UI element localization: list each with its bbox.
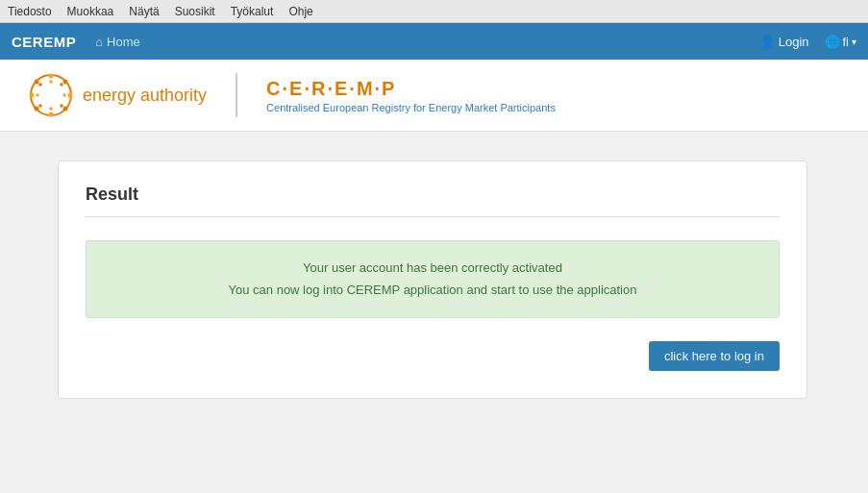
home-label: Home [107,35,140,49]
menu-nayta[interactable]: Näytä [129,5,159,18]
svg-point-11 [62,93,66,97]
menu-muokkaa[interactable]: Muokkaa [67,5,114,18]
result-card: Result Your user account has been correc… [58,160,807,399]
home-icon: ⌂ [95,35,103,49]
svg-point-3 [68,93,73,98]
svg-point-8 [35,80,39,85]
ceremp-title: C·E·R·E·M·P [266,78,556,100]
success-line2: You can now log into CEREMP application … [106,279,759,301]
navbar-right: 👤 Login 🌐 fi ▾ [759,35,856,49]
success-message-box: Your user account has been correctly act… [86,240,780,318]
svg-point-7 [30,93,35,98]
svg-point-2 [63,80,68,85]
result-title: Result [86,185,780,217]
svg-point-4 [63,107,68,111]
navbar-left: CEREMP ⌂ Home [12,34,140,50]
success-line1: Your user account has been correctly act… [106,257,759,279]
language-selector[interactable]: 🌐 fi ▾ [825,35,857,49]
menu-ohje[interactable]: Ohje [288,5,312,18]
menu-tyokalut[interactable]: Työkalut [231,5,274,18]
login-label: Login [779,35,809,49]
ceremp-rest: ·E·R·E·M·P [283,78,397,99]
energy-authority-logo: energy authority [29,73,237,117]
app-brand: CEREMP [12,34,76,50]
browser-menu: Tiedosto Muokkaa Näytä Suosikit Työkalut… [0,0,868,23]
svg-point-5 [49,112,54,117]
svg-point-12 [60,104,63,108]
ceremp-logo: C·E·R·E·M·P Centralised European Registr… [237,78,556,113]
menu-tiedosto[interactable]: Tiedosto [8,5,52,18]
svg-point-10 [60,83,63,86]
svg-point-9 [49,80,53,84]
ceremp-subtitle: Centralised European Registry for Energy… [266,102,556,113]
click-here-to-login-button[interactable]: click here to log in [649,341,780,371]
svg-point-6 [35,107,39,111]
svg-point-1 [49,74,54,79]
app-navbar: CEREMP ⌂ Home 👤 Login 🌐 fi ▾ [0,23,868,60]
nav-home[interactable]: ⌂ Home [95,35,140,49]
ea-circle-icon [29,73,73,117]
chevron-down-icon: ▾ [852,37,856,47]
globe-icon: 🌐 [825,35,840,49]
ea-text: energy authority [83,86,207,106]
menu-suosikit[interactable]: Suosikit [175,5,215,18]
main-content: Result Your user account has been correc… [0,132,868,428]
user-icon: 👤 [759,35,775,49]
svg-point-16 [38,83,42,86]
ceremp-C: C [266,78,282,99]
svg-point-15 [36,93,39,97]
svg-point-14 [38,104,42,108]
login-link[interactable]: 👤 Login [759,35,809,49]
svg-point-13 [49,107,53,111]
language-label: fi [843,35,850,49]
header-bar: energy authority C·E·R·E·M·P Centralised… [0,60,868,132]
